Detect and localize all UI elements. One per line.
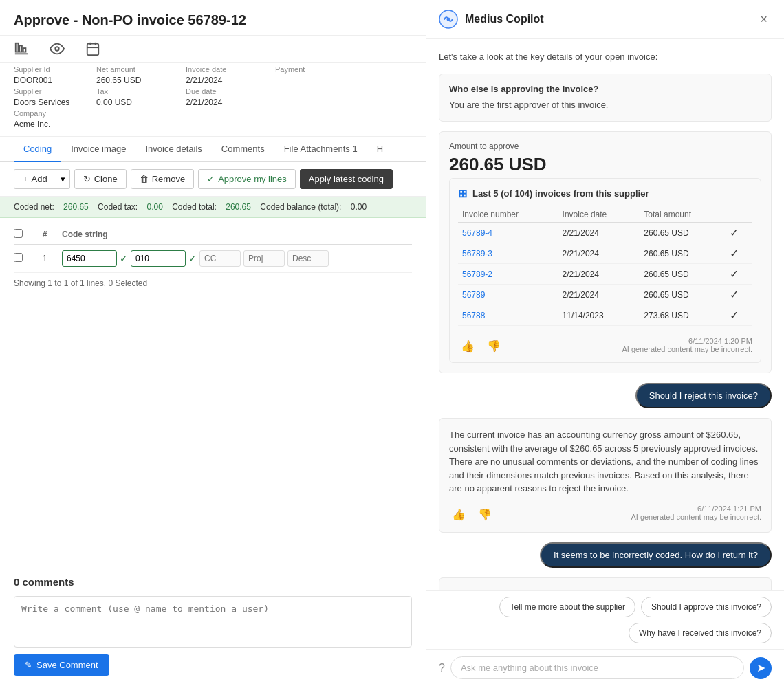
analysis-feedback-row: 👍 👎: [449, 507, 494, 522]
invoice-table-row: 56789 2/21/2024 260.65 USD ✓: [458, 285, 752, 305]
inv-amount: 260.65 USD: [640, 264, 726, 285]
apply-coding-button[interactable]: Apply latest coding: [300, 169, 393, 189]
quick-reply-why[interactable]: Why have I received this invoice?: [629, 623, 772, 643]
showing-text: Showing 1 to 1 of 1 lines, 0 Selected: [14, 278, 412, 288]
inv-number[interactable]: 56789-2: [458, 264, 558, 285]
tab-file-attachments[interactable]: File Attachments 1: [274, 137, 367, 162]
select-all-checkbox[interactable]: [14, 229, 23, 238]
calendar-icon: [85, 41, 100, 56]
supplier-id-label: Supplier Id: [14, 65, 83, 74]
invoice-table: Invoice number Invoice date Total amount…: [458, 207, 752, 326]
analysis-ai-disclaimer: AI generated content may be incorrect.: [631, 513, 761, 521]
tab-coding[interactable]: Coding: [14, 137, 61, 162]
thumbs-down-button-1[interactable]: 👎: [484, 338, 503, 354]
supplier-label: Supplier: [14, 87, 83, 96]
coding-table: # Code string 1 ✓ ✓ Showing 1 to 1 of 1 …: [0, 218, 426, 566]
payment-group: Payment: [275, 65, 305, 129]
quick-reply-approve[interactable]: Should I approve this invoice?: [641, 597, 772, 617]
coded-tax-label: Coded tax:: [98, 202, 138, 212]
code-input-proj[interactable]: [243, 250, 285, 267]
thumbs-up-button-2[interactable]: 👍: [449, 507, 468, 522]
coded-balance-value: 0.00: [351, 202, 367, 212]
tab-h[interactable]: H: [367, 137, 393, 162]
comment-box-wrapper: [14, 596, 412, 648]
invoice-date-label: Invoice date: [186, 65, 261, 74]
header-check: [14, 229, 28, 240]
approver-answer: You are the first approver of this invoi…: [449, 98, 761, 112]
row-checkbox[interactable]: [14, 253, 23, 262]
tax-label: Tax: [96, 87, 172, 96]
remove-button[interactable]: 🗑 Remove: [131, 169, 194, 189]
invoice-table-row: 56789-3 2/21/2024 260.65 USD ✓: [458, 243, 752, 264]
net-amount-group: Net amount 260.65 USD Tax 0.00 USD: [96, 65, 172, 129]
inv-amount: 260.65 USD: [640, 243, 726, 264]
quick-replies: Tell me more about the supplier Should I…: [426, 590, 784, 649]
code-input-desc[interactable]: [287, 250, 329, 267]
add-dropdown-button[interactable]: ▾: [56, 169, 70, 189]
coded-bar: Coded net: 260.65 Coded tax: 0.00 Coded …: [0, 197, 426, 218]
reject-bubble-button[interactable]: Should I reject this invoice?: [635, 383, 772, 408]
tab-invoice-image[interactable]: Invoice image: [61, 137, 135, 162]
tab-comments[interactable]: Comments: [212, 137, 274, 162]
plus-icon: +: [23, 174, 28, 184]
inv-number[interactable]: 56789: [458, 285, 558, 305]
inv-status-icon: ✓: [726, 285, 752, 305]
table-ai-disclaimer: AI generated content may be incorrect.: [622, 345, 752, 353]
inv-amount: 273.68 USD: [640, 305, 726, 326]
save-comment-button[interactable]: ✎ Save Comment: [14, 654, 109, 676]
tabs-bar: Coding Invoice image Invoice details Com…: [0, 137, 426, 162]
invoice-table-header-row: Invoice number Invoice date Total amount: [458, 207, 752, 223]
row-check: [14, 253, 28, 264]
svg-rect-5: [87, 44, 99, 55]
analysis-section: The current invoice has an accounting cu…: [439, 418, 772, 533]
copilot-panel: Medius Copilot × Let's take a look at th…: [426, 0, 784, 686]
supplier-id-group: Supplier Id DOOR001 Supplier Doors Servi…: [14, 65, 83, 129]
copilot-logo-icon: [439, 10, 458, 29]
copilot-header: Medius Copilot ×: [426, 0, 784, 39]
chart-icon: [14, 41, 29, 56]
code-input-cc[interactable]: [199, 250, 241, 267]
amount-value: 260.65 USD: [449, 154, 761, 175]
add-label: Add: [32, 174, 47, 184]
company-value: Acme Inc.: [14, 120, 83, 129]
inv-number[interactable]: 56788: [458, 305, 558, 326]
amount-label: Amount to approve: [449, 142, 761, 151]
chat-input[interactable]: [450, 656, 744, 679]
inv-header-amount: Total amount: [640, 207, 726, 223]
copilot-body: Let's take a look at the key details of …: [426, 39, 784, 590]
help-icon: ?: [439, 662, 445, 674]
supplier-value: Doors Services: [14, 98, 83, 107]
approver-question: Who else is approving the invoice?: [449, 84, 761, 94]
send-button[interactable]: ➤: [750, 657, 772, 679]
analysis-timestamp-wrapper: 6/11/2024 1:21 PM AI generated content m…: [631, 502, 761, 521]
inv-number[interactable]: 56789-3: [458, 243, 558, 264]
inv-header-date: Invoice date: [558, 207, 640, 223]
table-row: 1 ✓ ✓: [14, 245, 412, 273]
inv-number[interactable]: 56789-4: [458, 223, 558, 243]
incorrect-bubble-button[interactable]: It seems to be incorrectly coded. How do…: [540, 542, 772, 568]
code-input-1[interactable]: [62, 250, 117, 267]
thumbs-up-button-1[interactable]: 👍: [458, 338, 477, 354]
add-button[interactable]: + Add: [14, 169, 56, 189]
supplier-icon-item: [14, 41, 29, 56]
amount-section: Amount to approve 260.65 USD ⊞ Last 5 (o…: [439, 131, 772, 373]
comment-textarea[interactable]: [14, 597, 411, 645]
inv-header-status: [726, 207, 752, 223]
close-button[interactable]: ×: [756, 11, 772, 28]
supplier-id-value: DOOR001: [14, 76, 83, 85]
code2-check-icon: ✓: [188, 253, 197, 264]
quick-reply-supplier[interactable]: Tell me more about the supplier: [499, 597, 635, 617]
page-title: Approve - Non-PO invoice 56789-12: [0, 0, 426, 36]
approve-lines-button[interactable]: ✓ Approve my lines: [198, 169, 296, 189]
payment-icon-item: [50, 41, 65, 56]
edit-icon: ✎: [25, 660, 32, 670]
coded-net-label: Coded net:: [14, 202, 54, 212]
tab-invoice-details[interactable]: Invoice details: [135, 137, 211, 162]
clone-button[interactable]: ↻ Clone: [74, 169, 127, 189]
thumbs-down-button-2[interactable]: 👎: [475, 507, 494, 522]
code-input-2[interactable]: [131, 250, 186, 267]
table-feedback-row: 👍 👎: [458, 338, 503, 354]
inv-status-icon: ✓: [726, 243, 752, 264]
checkmark-icon: ✓: [207, 174, 215, 184]
net-amount-value: 260.65 USD: [96, 76, 172, 85]
